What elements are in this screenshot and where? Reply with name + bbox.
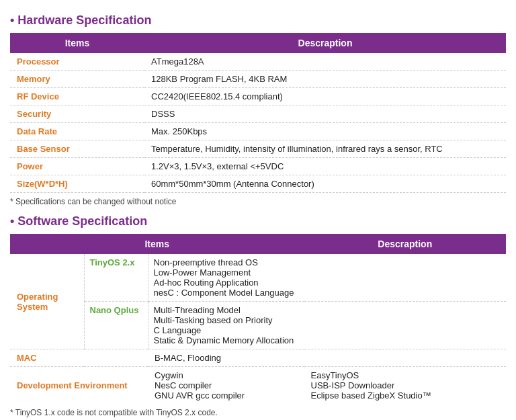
table-row: MAC B-MAC, Flooding <box>10 349 506 367</box>
sw-header-description: Descraption <box>304 234 507 254</box>
sw-footnote: * TinyOS 1.x code is not compatible with… <box>10 408 506 417</box>
hw-item-value: Temperature, Humidity, intensity of illu… <box>144 140 506 158</box>
hw-item-label: Memory <box>10 71 144 88</box>
dev-col2: EasyTinyOSUSB-ISP DownloaderEclipse base… <box>304 367 507 405</box>
table-row: Nano Qplus Multi-Threading ModelMulti-Ta… <box>10 302 506 349</box>
table-row: Security DSSS <box>10 106 506 123</box>
hw-header-description: Descraption <box>144 33 506 53</box>
nanoqplus-desc: Multi-Threading ModelMulti-Tasking based… <box>148 302 506 349</box>
os-label: OperatingSystem <box>10 254 84 349</box>
table-row: OperatingSystem TinyOS 2.x Non-preemptiv… <box>10 254 506 302</box>
hw-item-label: Security <box>10 106 144 123</box>
hw-item-label: Base Sensor <box>10 140 144 158</box>
hw-footnote: * Specifications can be changed without … <box>10 197 506 206</box>
table-row: Power 1.2V×3, 1.5V×3, external <+5VDC <box>10 158 506 175</box>
hw-item-value: 1.2V×3, 1.5V×3, external <+5VDC <box>144 158 506 175</box>
mac-value: B-MAC, Flooding <box>148 349 506 367</box>
hw-item-value: Max. 250Kbps <box>144 123 506 140</box>
dev-env-label: Development Environment <box>10 367 148 405</box>
hw-item-label: RF Device <box>10 88 144 106</box>
software-title: Software Specification <box>10 214 506 228</box>
table-row: Memory 128KB Program FLASH, 4KB RAM <box>10 71 506 88</box>
mac-label: MAC <box>10 349 148 367</box>
table-row: Development Environment CygwinNesC compi… <box>10 367 506 405</box>
hw-item-label: Size(W*D*H) <box>10 175 144 193</box>
software-table: Items Descraption OperatingSystem TinyOS… <box>10 234 506 404</box>
hw-item-label: Processor <box>10 53 144 71</box>
dev-col1: CygwinNesC compilerGNU AVR gcc compiler <box>148 367 304 405</box>
hardware-title: Hardware Specification <box>10 13 506 28</box>
hw-item-label: Data Rate <box>10 123 144 140</box>
hw-header-items: Items <box>10 33 144 53</box>
hw-item-label: Power <box>10 158 144 175</box>
table-row: Size(W*D*H) 60mm*50mm*30mm (Antenna Conn… <box>10 175 506 193</box>
table-row: Data Rate Max. 250Kbps <box>10 123 506 140</box>
tinyos-desc: Non-preemptive thread OSLow-Power Manage… <box>148 254 506 302</box>
hw-item-value: ATmega128A <box>144 53 506 71</box>
table-row: Processor ATmega128A <box>10 53 506 71</box>
tinyos-label: TinyOS 2.x <box>84 254 148 302</box>
sw-header-items: Items <box>10 234 304 254</box>
nanoqplus-label: Nano Qplus <box>84 302 148 349</box>
table-row: Base Sensor Temperature, Humidity, inten… <box>10 140 506 158</box>
hw-item-value: CC2420(IEEE802.15.4 compliant) <box>144 88 506 106</box>
hardware-table: Items Descraption Processor ATmega128A M… <box>10 33 506 193</box>
hw-item-value: DSSS <box>144 106 506 123</box>
hw-item-value: 60mm*50mm*30mm (Antenna Connector) <box>144 175 506 193</box>
table-row: RF Device CC2420(IEEE802.15.4 compliant) <box>10 88 506 106</box>
hw-item-value: 128KB Program FLASH, 4KB RAM <box>144 71 506 88</box>
